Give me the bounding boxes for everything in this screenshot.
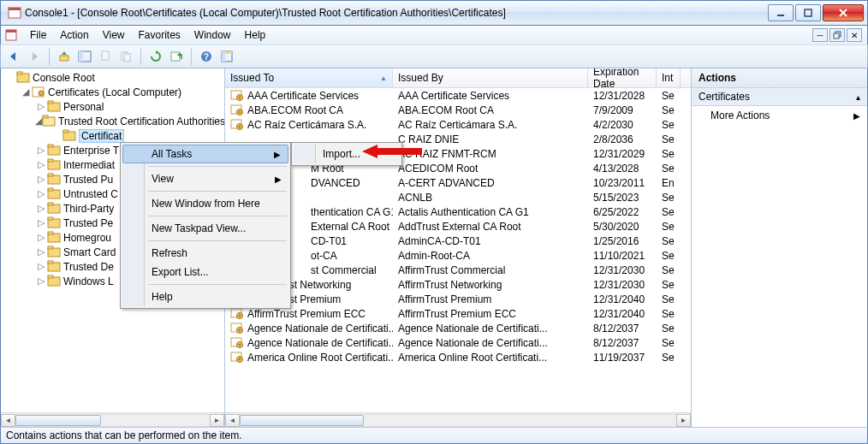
- table-row[interactable]: America Online Root Certificati...Americ…: [225, 350, 691, 364]
- ctx-item[interactable]: Help: [122, 287, 288, 306]
- copy-button[interactable]: [116, 47, 135, 66]
- scroll-right-button[interactable]: ►: [210, 414, 224, 427]
- help-button[interactable]: ?: [197, 47, 216, 66]
- show-hide-tree-button[interactable]: [75, 47, 94, 66]
- properties-button[interactable]: [217, 47, 236, 66]
- table-row[interactable]: CD-T01AdminCA-CD-T011/25/2016Se: [225, 234, 691, 248]
- table-row[interactable]: AffirmTrust PremiumAffirmTrust Premium12…: [225, 292, 691, 306]
- menu-window[interactable]: Window: [187, 27, 238, 43]
- svg-rect-12: [124, 54, 130, 62]
- list-header: Issued To ▲ Issued By Expiration Date In…: [225, 68, 691, 88]
- refresh-button[interactable]: [146, 47, 165, 66]
- table-row[interactable]: AAA Certificate ServicesAAA Certificate …: [225, 88, 691, 103]
- table-row[interactable]: Agence Nationale de Certificati...Agence…: [225, 321, 691, 335]
- submenu-arrow-icon: ▶: [275, 175, 282, 184]
- ctx-item[interactable]: All Tasks▶: [122, 145, 288, 163]
- minimize-button[interactable]: [768, 4, 794, 21]
- folder-icon: [47, 202, 61, 216]
- svg-rect-3: [805, 9, 812, 16]
- svg-rect-9: [79, 51, 83, 62]
- forward-button[interactable]: [25, 47, 44, 66]
- svg-rect-18: [225, 51, 232, 54]
- mdi-minimize-button[interactable]: ─: [812, 28, 828, 42]
- certificate-icon: [230, 323, 244, 334]
- folder-icon: [47, 231, 61, 245]
- svg-rect-36: [48, 188, 53, 191]
- list-hscrollbar[interactable]: ◄ ►: [225, 412, 691, 427]
- ctx-item[interactable]: Refresh: [122, 244, 288, 263]
- table-row[interactable]: External CA RootAddTrust External CA Roo…: [225, 219, 691, 234]
- certificate-icon: [230, 352, 244, 364]
- table-row[interactable]: AC Raíz Certicámara S.A.AC Raíz Certicám…: [225, 117, 691, 132]
- table-row[interactable]: AffirmTrust Premium ECCAffirmTrust Premi…: [225, 306, 691, 321]
- up-button[interactable]: [55, 47, 74, 66]
- svg-rect-13: [171, 52, 180, 61]
- cert-store-icon: [32, 86, 45, 99]
- menu-action[interactable]: Action: [53, 27, 95, 43]
- table-row[interactable]: thentication CA G1Actalis Authentication…: [225, 204, 691, 219]
- menu-help[interactable]: Help: [238, 27, 273, 43]
- svg-rect-48: [48, 275, 53, 278]
- tree-node-console-root[interactable]: Console Root: [4, 70, 224, 85]
- list-pane: Issued To ▲ Issued By Expiration Date In…: [225, 68, 692, 427]
- ctx-item[interactable]: Export List...: [122, 263, 288, 281]
- svg-point-51: [239, 96, 241, 98]
- col-issued-to[interactable]: Issued To ▲: [225, 68, 393, 87]
- mdi-restore-button[interactable]: [829, 28, 845, 42]
- actions-more[interactable]: More Actions ▶: [692, 106, 867, 125]
- back-button[interactable]: [4, 47, 23, 66]
- table-row[interactable]: st CommercialAffirmTrust Commercial12/31…: [225, 263, 691, 277]
- maximize-button[interactable]: [795, 4, 821, 21]
- ctx-item[interactable]: New Taskpad View...: [122, 219, 288, 238]
- actions-header: Actions: [692, 68, 867, 88]
- table-row[interactable]: ot-CAAdmin-Root-CA11/10/2021Se: [225, 248, 691, 263]
- menu-file[interactable]: File: [23, 27, 53, 43]
- certificate-icon: [230, 90, 244, 102]
- svg-rect-10: [102, 51, 109, 60]
- actions-section[interactable]: Certificates ▴: [692, 88, 867, 106]
- scroll-right-button[interactable]: ►: [676, 414, 691, 427]
- scroll-left-button[interactable]: ◄: [1, 414, 15, 427]
- list-body[interactable]: AAA Certificate ServicesAAA Certificate …: [225, 88, 691, 412]
- folder-icon: [42, 115, 56, 128]
- cut-button[interactable]: [96, 47, 115, 66]
- status-bar: Contains actions that can be performed o…: [0, 427, 868, 444]
- svg-rect-24: [48, 101, 53, 104]
- tree-node[interactable]: ▷Personal: [35, 99, 224, 114]
- status-text: Contains actions that can be performed o…: [6, 429, 242, 441]
- tree-hscrollbar[interactable]: ◄ ►: [1, 412, 224, 427]
- svg-rect-1: [9, 8, 21, 10]
- svg-rect-46: [48, 261, 53, 263]
- annotation-arrow: [362, 144, 422, 159]
- table-row[interactable]: Agence Nationale de Certificati...Agence…: [225, 335, 691, 350]
- col-issued-by[interactable]: Issued By: [393, 68, 588, 87]
- export-list-button[interactable]: [167, 47, 186, 66]
- close-button[interactable]: [823, 4, 864, 21]
- table-row[interactable]: ABA.ECOM Root CAABA.ECOM Root CA7/9/2009…: [225, 103, 691, 117]
- svg-text:?: ?: [204, 52, 209, 62]
- submenu-arrow-icon: ▶: [853, 111, 860, 121]
- tree-node-certificates-root[interactable]: ◢ Certificates (Local Computer): [20, 85, 224, 99]
- sort-asc-icon: ▲: [380, 74, 387, 82]
- table-row[interactable]: ACNLB5/15/2023Se: [225, 190, 691, 204]
- table-row[interactable]: DVANCEDA-CERT ADVANCED10/23/2011En: [225, 175, 691, 190]
- table-row[interactable]: AffirmTrust NetworkingAffirmTrust Networ…: [225, 277, 691, 292]
- tree-node[interactable]: ◢Trusted Root Certification Authorities: [35, 114, 224, 128]
- col-expiration[interactable]: Expiration Date: [588, 68, 657, 87]
- menu-favorites[interactable]: Favorites: [132, 27, 187, 43]
- folder-icon: [47, 216, 61, 230]
- tree-node-certificates[interactable]: Certificat: [51, 128, 224, 143]
- svg-point-102: [239, 343, 241, 345]
- folder-icon: [47, 260, 61, 274]
- col-intended[interactable]: Int: [657, 68, 681, 87]
- scroll-left-button[interactable]: ◄: [225, 414, 240, 427]
- svg-point-99: [239, 329, 241, 330]
- svg-rect-28: [63, 130, 68, 133]
- mdi-close-button[interactable]: ✕: [847, 28, 862, 42]
- svg-point-22: [39, 91, 44, 96]
- ctx-item[interactable]: New Window from Here: [122, 194, 288, 213]
- menu-view[interactable]: View: [96, 27, 132, 43]
- ctx-item[interactable]: View▶: [122, 169, 288, 188]
- svg-rect-2: [777, 15, 784, 16]
- menu-bar: File Action View Favorites Window Help ─…: [0, 26, 868, 44]
